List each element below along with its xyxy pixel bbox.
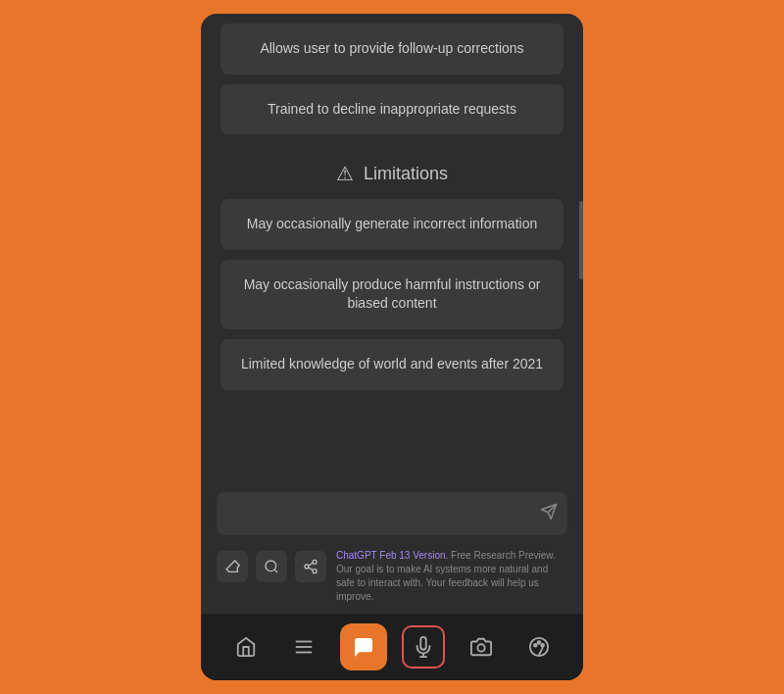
input-section [201,482,583,541]
chatgpt-version-link[interactable]: ChatGPT Feb 13 Version. [336,550,448,561]
svg-point-6 [313,570,317,573]
svg-point-17 [537,641,540,644]
action-icons [217,549,326,582]
limitations-title: Limitations [364,164,448,184]
nav-chat[interactable] [340,623,387,670]
limitation-card-1: May occasionally generate incorrect info… [220,199,564,250]
disclaimer-text: ChatGPT Feb 13 Version. Free Research Pr… [336,549,567,604]
decline-card: Trained to decline inappropriate request… [220,84,564,135]
bottom-nav [201,614,583,680]
scroll-area: Allows user to provide follow-up correct… [201,14,583,400]
svg-point-4 [313,560,317,564]
disclaimer-row: ChatGPT Feb 13 Version. Free Research Pr… [201,541,583,614]
phone-container: Allows user to provide follow-up correct… [201,14,583,680]
warning-icon: ⚠ [336,162,354,185]
nav-home[interactable] [224,625,268,669]
nav-menu[interactable] [282,625,325,669]
limitations-header: ⚠ Limitations [220,144,564,199]
svg-point-5 [305,565,309,569]
main-content: Allows user to provide follow-up correct… [201,14,583,614]
svg-line-3 [274,570,277,572]
svg-point-16 [533,644,536,647]
limitation-card-2: May occasionally produce harmful instruc… [220,260,564,329]
svg-point-18 [541,644,544,647]
limitation-card-3: Limited knowledge of world and events af… [220,339,564,390]
scrollbar-thumb[interactable] [579,201,583,279]
svg-point-14 [477,644,484,651]
nav-palette[interactable] [517,625,561,669]
share-button[interactable] [295,551,326,582]
nav-mic[interactable] [402,625,445,669]
content-scroll: Allows user to provide follow-up correct… [201,14,583,482]
svg-line-7 [309,568,314,570]
scrollbar-track [579,14,583,482]
search-button[interactable] [256,551,287,582]
followup-card: Allows user to provide follow-up correct… [220,24,564,74]
eraser-button[interactable] [217,551,248,582]
svg-point-2 [266,561,276,571]
send-icon[interactable] [540,503,558,524]
svg-line-8 [309,563,314,566]
input-box[interactable] [217,492,567,535]
nav-camera[interactable] [460,625,503,669]
